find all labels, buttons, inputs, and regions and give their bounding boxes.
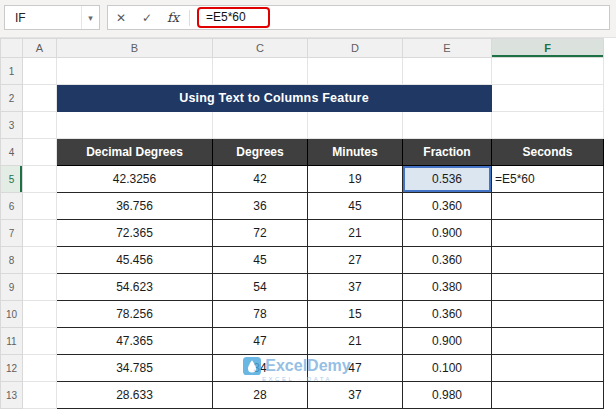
cell-D7[interactable]: 21 xyxy=(308,220,403,247)
cell-F9[interactable] xyxy=(492,274,604,301)
cell-A8[interactable] xyxy=(23,247,57,274)
column-header-C[interactable]: C xyxy=(213,39,308,58)
title-banner[interactable]: Using Text to Columns Feature xyxy=(57,85,492,112)
cell-F2[interactable] xyxy=(492,85,604,112)
cell-B10[interactable]: 78.256 xyxy=(57,301,213,328)
cell-E12[interactable]: 0.100 xyxy=(403,355,492,382)
cell-D3[interactable] xyxy=(308,112,403,139)
cell-E5[interactable]: 0.536 xyxy=(403,166,492,193)
row-header-9[interactable]: 9 xyxy=(1,274,23,301)
cell-A11[interactable] xyxy=(23,328,57,355)
row-header-12[interactable]: 12 xyxy=(1,355,23,382)
column-header-E[interactable]: E xyxy=(403,39,492,58)
cell-D11[interactable]: 21 xyxy=(308,328,403,355)
cell-D9[interactable]: 37 xyxy=(308,274,403,301)
cell-A1[interactable] xyxy=(23,58,57,85)
cell-E9[interactable]: 0.380 xyxy=(403,274,492,301)
cell-B1[interactable] xyxy=(57,58,213,85)
row-header-13[interactable]: 13 xyxy=(1,382,23,409)
cell-C4[interactable]: Degrees xyxy=(213,139,308,166)
cell-A13[interactable] xyxy=(23,382,57,409)
cell-B6[interactable]: 36.756 xyxy=(57,193,213,220)
row-header-3[interactable]: 3 xyxy=(1,112,23,139)
cell-F1[interactable] xyxy=(492,58,604,85)
cell-F11[interactable] xyxy=(492,328,604,355)
cell-B4[interactable]: Decimal Degrees xyxy=(57,139,213,166)
column-header-A[interactable]: A xyxy=(23,39,57,58)
cell-D4[interactable]: Minutes xyxy=(308,139,403,166)
cell-C1[interactable] xyxy=(213,58,308,85)
column-header-B[interactable]: B xyxy=(57,39,213,58)
cell-F8[interactable] xyxy=(492,247,604,274)
cell-E13[interactable]: 0.980 xyxy=(403,382,492,409)
cell-A7[interactable] xyxy=(23,220,57,247)
cell-C13[interactable]: 28 xyxy=(213,382,308,409)
cell-B5[interactable]: 42.3256 xyxy=(57,166,213,193)
row-header-5[interactable]: 5 xyxy=(1,166,23,193)
cell-C6[interactable]: 36 xyxy=(213,193,308,220)
cell-C10[interactable]: 78 xyxy=(213,301,308,328)
cell-A10[interactable] xyxy=(23,301,57,328)
cell-C11[interactable]: 47 xyxy=(213,328,308,355)
cell-F13[interactable] xyxy=(492,382,604,409)
cell-D8[interactable]: 27 xyxy=(308,247,403,274)
cell-F10[interactable] xyxy=(492,301,604,328)
cell-D10[interactable]: 15 xyxy=(308,301,403,328)
cell-A3[interactable] xyxy=(23,112,57,139)
cell-C5[interactable]: 42 xyxy=(213,166,308,193)
cell-D5[interactable]: 19 xyxy=(308,166,403,193)
cell-D1[interactable] xyxy=(308,58,403,85)
name-box[interactable]: IF ▾ xyxy=(4,5,100,30)
cell-A2[interactable] xyxy=(23,85,57,112)
cell-A6[interactable] xyxy=(23,193,57,220)
row-header-2[interactable]: 2 xyxy=(1,85,23,112)
formula-input[interactable]: =E5*60 xyxy=(193,7,609,28)
cell-C12[interactable]: 34 xyxy=(213,355,308,382)
cell-F7[interactable] xyxy=(492,220,604,247)
insert-function-icon[interactable]: fx xyxy=(160,10,186,25)
cell-C8[interactable]: 45 xyxy=(213,247,308,274)
row-header-4[interactable]: 4 xyxy=(1,139,23,166)
cell-A5[interactable] xyxy=(23,166,57,193)
cell-F4[interactable]: Seconds xyxy=(492,139,604,166)
cell-D12[interactable]: 47 xyxy=(308,355,403,382)
cell-F6[interactable] xyxy=(492,193,604,220)
cell-E11[interactable]: 0.900 xyxy=(403,328,492,355)
cell-D13[interactable]: 37 xyxy=(308,382,403,409)
cell-E1[interactable] xyxy=(403,58,492,85)
cell-E6[interactable]: 0.360 xyxy=(403,193,492,220)
cell-B13[interactable]: 28.633 xyxy=(57,382,213,409)
cell-E7[interactable]: 0.900 xyxy=(403,220,492,247)
row-header-7[interactable]: 7 xyxy=(1,220,23,247)
cell-D6[interactable]: 45 xyxy=(308,193,403,220)
cell-B3[interactable] xyxy=(57,112,213,139)
row-header-11[interactable]: 11 xyxy=(1,328,23,355)
row-header-8[interactable]: 8 xyxy=(1,247,23,274)
cell-A12[interactable] xyxy=(23,355,57,382)
row-header-10[interactable]: 10 xyxy=(1,301,23,328)
cell-B12[interactable]: 34.785 xyxy=(57,355,213,382)
cell-A4[interactable] xyxy=(23,139,57,166)
cell-E8[interactable]: 0.360 xyxy=(403,247,492,274)
cell-F3[interactable] xyxy=(492,112,604,139)
cell-A9[interactable] xyxy=(23,274,57,301)
select-all-corner[interactable] xyxy=(1,39,23,58)
name-box-dropdown-icon[interactable]: ▾ xyxy=(81,6,99,29)
cell-B9[interactable]: 54.623 xyxy=(57,274,213,301)
row-header-6[interactable]: 6 xyxy=(1,193,23,220)
cell-F5[interactable]: =E5*60 xyxy=(492,166,604,193)
cell-B8[interactable]: 45.456 xyxy=(57,247,213,274)
cell-E4[interactable]: Fraction xyxy=(403,139,492,166)
cell-E10[interactable]: 0.360 xyxy=(403,301,492,328)
row-header-1[interactable]: 1 xyxy=(1,58,23,85)
cell-B11[interactable]: 47.365 xyxy=(57,328,213,355)
column-header-F[interactable]: F xyxy=(492,39,604,58)
enter-icon[interactable]: ✓ xyxy=(134,11,160,25)
column-header-D[interactable]: D xyxy=(308,39,403,58)
cell-F12[interactable] xyxy=(492,355,604,382)
cancel-icon[interactable]: ✕ xyxy=(108,11,134,25)
cell-C7[interactable]: 72 xyxy=(213,220,308,247)
cell-C3[interactable] xyxy=(213,112,308,139)
cell-E3[interactable] xyxy=(403,112,492,139)
cell-B7[interactable]: 72.365 xyxy=(57,220,213,247)
